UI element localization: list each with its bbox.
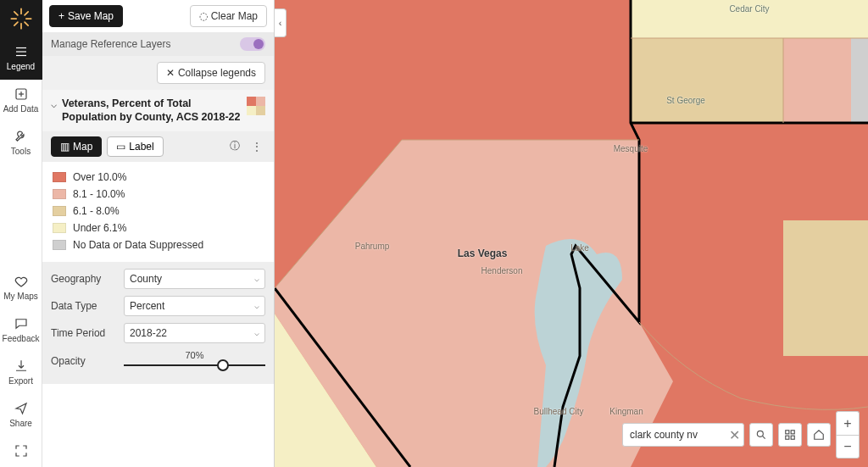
- mode-map-button[interactable]: ▥ Map: [51, 136, 102, 157]
- legend-swatch: [53, 206, 66, 216]
- save-map-button[interactable]: + Save Map: [49, 5, 123, 27]
- legend-label: Over 10.0%: [73, 171, 126, 183]
- spark-icon: [9, 7, 33, 31]
- rail-label: Export: [8, 376, 33, 386]
- chevron-down-icon: ⌵: [254, 328, 259, 337]
- chat-icon: [14, 316, 29, 331]
- opacity-label: Opacity: [51, 355, 117, 367]
- rail-fullscreen[interactable]: [0, 436, 42, 467]
- geography-select[interactable]: County⌵: [124, 269, 265, 289]
- eraser-icon: ◌: [199, 10, 208, 22]
- minus-icon: −: [843, 439, 851, 454]
- chevron-down-icon: ⌵: [254, 301, 259, 310]
- svg-rect-32: [786, 436, 789, 439]
- clear-map-button[interactable]: ◌ Clear Map: [190, 5, 267, 27]
- layer-controls: Geography County⌵ Data Type Percent⌵ Tim…: [42, 262, 274, 384]
- search-button[interactable]: [749, 423, 773, 447]
- zoom-out-button[interactable]: −: [836, 435, 860, 459]
- legend-label: 8.1 - 10.0%: [73, 188, 125, 200]
- home-extent-button[interactable]: [807, 423, 831, 447]
- layer-header: ⌵ Veterans, Percent of Total Population …: [42, 90, 274, 131]
- map-icon: ▥: [60, 141, 70, 153]
- search-icon: [755, 429, 767, 441]
- legend-swatch: [53, 223, 66, 233]
- geography-label: Geography: [51, 273, 117, 285]
- rail-legend[interactable]: Legend: [0, 37, 42, 80]
- chevron-down-icon[interactable]: ⌵: [51, 97, 57, 110]
- legend-swatch: [53, 189, 66, 199]
- svg-rect-21: [783, 220, 868, 356]
- legend-item: No Data or Data Suppressed: [53, 236, 264, 253]
- mode-label-button[interactable]: ▭ Label: [107, 136, 163, 157]
- svg-rect-18: [631, 38, 783, 123]
- rail-tools[interactable]: Tools: [0, 122, 42, 164]
- svg-line-4: [14, 12, 17, 15]
- legend-label: Under 6.1%: [73, 222, 126, 234]
- svg-point-28: [757, 431, 763, 436]
- share-icon: [14, 401, 29, 416]
- tools-icon: [14, 129, 29, 144]
- timeperiod-select[interactable]: 2018-22⌵: [124, 323, 265, 343]
- rail-label: Feedback: [3, 334, 40, 343]
- svg-line-29: [762, 436, 765, 438]
- datatype-label: Data Type: [51, 300, 117, 312]
- collapse-legends-button[interactable]: ✕ Collapse legends: [157, 62, 265, 84]
- rail-label: Share: [9, 419, 32, 428]
- legend-swatch: [53, 240, 66, 250]
- opacity-slider[interactable]: [124, 359, 265, 372]
- download-icon: [14, 359, 29, 374]
- zoom-in-button[interactable]: +: [836, 411, 860, 435]
- legend-panel: + Save Map ◌ Clear Map Manage Reference …: [42, 0, 275, 467]
- manage-ref-label: Manage Reference Layers: [51, 38, 170, 50]
- rail-feedback[interactable]: Feedback: [0, 309, 42, 352]
- label-icon: ▭: [116, 141, 125, 153]
- choropleth-map: [275, 0, 868, 467]
- svg-rect-33: [791, 436, 794, 439]
- rail-add-data[interactable]: Add Data: [0, 80, 42, 122]
- grid-icon: [784, 429, 796, 441]
- panel-collapse-handle[interactable]: ‹: [275, 8, 287, 37]
- chevron-left-icon: ‹: [279, 18, 282, 28]
- plus-icon: +: [58, 10, 64, 22]
- left-rail: Legend Add Data Tools My Maps Feedback E…: [0, 0, 42, 467]
- legend-item: Over 10.0%: [53, 169, 264, 186]
- more-icon[interactable]: ⋮: [248, 138, 265, 155]
- info-icon[interactable]: ⓘ: [226, 138, 243, 155]
- clear-search-icon[interactable]: ✕: [725, 427, 743, 443]
- rail-share[interactable]: Share: [0, 394, 42, 436]
- legend-swatch: [53, 172, 66, 182]
- legend-icon: [14, 44, 29, 59]
- close-icon: ✕: [166, 67, 175, 79]
- reference-layers-toggle[interactable]: [240, 37, 265, 51]
- timeperiod-label: Time Period: [51, 327, 117, 339]
- map-viewport[interactable]: ‹ Cedar City St George Mesquite Las Vega…: [275, 0, 868, 467]
- legend-label: 6.1 - 8.0%: [73, 205, 120, 217]
- add-icon: [14, 86, 29, 102]
- svg-line-5: [25, 22, 28, 25]
- rail-label: Tools: [11, 147, 31, 156]
- basemap-button[interactable]: [778, 423, 802, 447]
- datatype-select[interactable]: Percent⌵: [124, 296, 265, 316]
- rail-label: My Maps: [3, 292, 38, 301]
- rail-label: Legend: [7, 62, 35, 71]
- svg-rect-20: [851, 38, 868, 123]
- legend-item: Under 6.1%: [53, 220, 264, 236]
- svg-line-7: [14, 22, 17, 25]
- manage-reference-layers-row[interactable]: Manage Reference Layers: [42, 32, 274, 56]
- rail-label: Add Data: [3, 104, 39, 114]
- home-icon: [813, 429, 825, 441]
- plus-icon: +: [843, 416, 851, 431]
- rail-export[interactable]: Export: [0, 352, 42, 394]
- legend-label: No Data or Data Suppressed: [73, 239, 203, 251]
- legend-list: Over 10.0%8.1 - 10.0%6.1 - 8.0%Under 6.1…: [42, 162, 274, 262]
- fullscreen-icon: [14, 443, 29, 459]
- map-bottom-controls: ✕ + −: [622, 411, 860, 459]
- svg-rect-30: [786, 431, 789, 434]
- search-input[interactable]: [623, 429, 725, 441]
- legend-item: 8.1 - 10.0%: [53, 186, 264, 203]
- app-logo[interactable]: [0, 0, 42, 37]
- svg-rect-17: [631, 0, 868, 38]
- map-search-box: ✕: [622, 423, 744, 447]
- rail-my-maps[interactable]: My Maps: [0, 267, 42, 309]
- layer-swatch-icon: [247, 97, 265, 115]
